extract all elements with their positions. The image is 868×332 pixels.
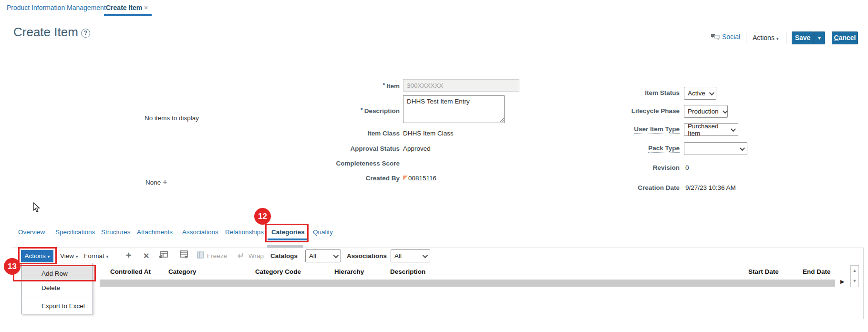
lifecycle-phase-select[interactable]: Production xyxy=(684,105,728,118)
tab-create-item[interactable]: Create Item xyxy=(106,4,142,11)
annotation-badge-13: 13 xyxy=(4,258,21,275)
selected-subtab-underline xyxy=(268,239,308,240)
pack-type-label: Pack Type xyxy=(556,145,680,152)
freeze-icon xyxy=(196,251,205,260)
active-tab-underline xyxy=(104,14,152,16)
window-tab-bar: Product Information Management Create It… xyxy=(0,0,868,16)
pack-type-select[interactable] xyxy=(684,142,747,155)
associations-select[interactable]: All xyxy=(391,249,430,262)
tab-product-information-management[interactable]: Product Information Management xyxy=(7,4,106,11)
user-item-type-label: User Item Type xyxy=(556,125,680,133)
lifecycle-phase-value: Production xyxy=(688,108,719,115)
add-row-icon[interactable]: + xyxy=(126,250,132,261)
subtab-structures[interactable]: Structures xyxy=(101,228,131,236)
item-label: *Item xyxy=(276,82,400,90)
column-header-category[interactable]: Category xyxy=(168,268,196,275)
panel-border xyxy=(11,248,863,248)
menu-item-delete[interactable]: Delete xyxy=(22,280,93,295)
social-button[interactable]: Social xyxy=(711,33,740,41)
subtab-categories[interactable]: Categories xyxy=(271,228,305,236)
chevron-down-icon xyxy=(722,108,727,113)
detach-icon[interactable] xyxy=(159,250,168,260)
no-items-message: No items to display xyxy=(145,114,199,122)
menu-item-export-to-excel[interactable]: Export to Excel xyxy=(22,299,93,313)
attachments-value: None xyxy=(145,179,161,186)
close-icon[interactable]: × xyxy=(144,4,148,11)
table-empty-row[interactable] xyxy=(100,280,835,287)
chevron-down-icon: ▾ xyxy=(106,254,109,259)
save-dropdown-button[interactable]: ▾ xyxy=(814,31,825,44)
item-class-label: Item Class xyxy=(276,130,400,137)
required-icon: * xyxy=(361,107,363,114)
page-actions-menu-button[interactable]: Actions ▾ xyxy=(753,34,779,42)
social-label: Social xyxy=(722,33,740,41)
user-item-type-value: Purchased Item xyxy=(688,123,727,137)
changed-flag-icon xyxy=(403,176,408,180)
vertical-scrollbar: ▲ ▼ xyxy=(850,265,859,287)
chevron-down-icon xyxy=(731,126,736,131)
menu-separator xyxy=(23,297,92,297)
scroll-up-icon[interactable]: ▲ xyxy=(851,266,858,276)
subtab-specifications[interactable]: Specifications xyxy=(55,228,95,236)
subtab-attachments[interactable]: Attachments xyxy=(137,228,173,236)
mouse-cursor xyxy=(31,202,41,213)
menu-item-add-row[interactable]: Add Row xyxy=(22,266,93,280)
column-header-start-date[interactable]: Start Date xyxy=(748,268,779,275)
query-by-example-icon[interactable] xyxy=(179,250,189,260)
cancel-button[interactable]: Cancel xyxy=(832,31,858,44)
item-status-select[interactable]: Active xyxy=(684,87,716,100)
required-icon: * xyxy=(383,82,385,89)
delete-icon[interactable]: ✕ xyxy=(143,251,149,260)
approval-status-label: Approval Status xyxy=(276,145,400,152)
page-actions-label: Actions xyxy=(753,34,775,42)
catalogs-select[interactable]: All xyxy=(305,249,341,262)
subtab-relationships[interactable]: Relationships xyxy=(225,228,264,236)
cancel-accesskey: C xyxy=(834,34,839,42)
chevron-down-icon: ▾ xyxy=(48,254,50,259)
divider xyxy=(786,32,786,43)
save-button[interactable]: Save xyxy=(792,31,814,44)
chevron-down-icon xyxy=(740,145,745,150)
column-header-hierarchy[interactable]: Hierarchy xyxy=(334,268,364,275)
social-bubbles-icon xyxy=(711,33,720,41)
panel-border xyxy=(863,248,864,319)
item-input[interactable] xyxy=(403,79,519,92)
description-input[interactable]: DHHS Test Item Entry xyxy=(403,95,505,123)
description-label: *Description xyxy=(276,107,400,114)
subtab-overview[interactable]: Overview xyxy=(18,228,45,236)
user-item-type-select[interactable]: Purchased Item xyxy=(684,123,738,136)
revision-value: 0 xyxy=(685,164,689,171)
item-status-label: Item Status xyxy=(556,89,680,96)
column-header-category-code[interactable]: Category Code xyxy=(255,268,301,275)
revision-label: Revision xyxy=(556,164,680,171)
column-header-controlled-at[interactable]: Controlled At xyxy=(110,268,151,275)
chevron-down-icon: ▾ xyxy=(76,254,78,259)
chevron-down-icon: ▾ xyxy=(776,36,779,41)
item-class-value: DHHS Item Class xyxy=(403,130,454,137)
annotation-badge-12: 12 xyxy=(254,208,271,225)
hscroll-right-icon[interactable]: ▶ xyxy=(840,279,844,285)
scroll-down-icon[interactable]: ▼ xyxy=(851,276,858,286)
column-header-description[interactable]: Description xyxy=(390,268,425,275)
cancel-label-rest: ancel xyxy=(839,34,856,42)
add-attachment-icon[interactable]: + xyxy=(163,177,167,187)
lifecycle-phase-label: Lifecycle Phase xyxy=(556,107,680,114)
catalogs-label: Catalogs xyxy=(270,252,298,259)
actions-dropdown-menu: Add Row Delete Export to Excel xyxy=(21,263,93,314)
format-menu-button[interactable]: Format ▾ xyxy=(84,252,109,259)
chevron-down-icon xyxy=(333,252,339,258)
subtab-associations[interactable]: Associations xyxy=(182,228,218,236)
wrap-button: Wrap xyxy=(248,252,264,259)
approval-status-value: Approved xyxy=(403,145,431,152)
view-menu-button[interactable]: View ▾ xyxy=(60,252,78,259)
subtab-quality[interactable]: Quality xyxy=(313,228,333,236)
column-header-end-date[interactable]: End Date xyxy=(803,268,831,275)
create-item-page: Product Information Management Create It… xyxy=(0,0,868,332)
view-label: View xyxy=(60,252,74,259)
creation-date-value: 9/27/23 10:36 AM xyxy=(685,184,736,191)
chevron-down-icon xyxy=(709,90,714,95)
wrap-icon: ↵ xyxy=(238,251,244,261)
created-by-label: Created By xyxy=(276,175,400,182)
catalogs-value: All xyxy=(309,252,316,259)
table-actions-menu-button[interactable]: Actions ▾ xyxy=(21,250,53,262)
